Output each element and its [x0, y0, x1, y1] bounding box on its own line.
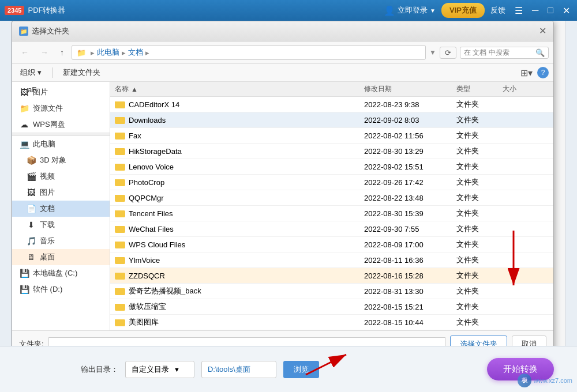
select-folder-button[interactable]: 选择文件夹: [450, 336, 507, 346]
file-type: 文件夹: [456, 130, 503, 141]
nav-search-input[interactable]: [464, 48, 533, 56]
file-modified: 2022-09-30 7:55: [364, 225, 456, 233]
nav-path: 📁 ▸ 此电脑 ▸ 文档 ▸: [72, 45, 426, 60]
docs-icon: 📄: [26, 205, 36, 213]
select-folder-dialog: 📁 选择文件夹 ✕ ← → ↑ 📁 ▸ 此电脑 ▸: [12, 21, 554, 346]
vip-button[interactable]: VIP充值: [441, 3, 485, 18]
folder-icon: [115, 147, 125, 155]
nav-path-dropdown[interactable]: ▼: [429, 48, 436, 56]
file-row[interactable]: 爱奇艺热播视频_back 2022-08-31 13:30 文件夹: [110, 284, 553, 299]
app-logo-area: 2345 PDF转换器: [5, 5, 384, 16]
login-button[interactable]: 👤 立即登录 ▼: [384, 5, 436, 16]
nav-path-docs[interactable]: 文档: [128, 47, 143, 58]
file-name-cell: PhotoCrop: [115, 178, 364, 187]
folder-icon: [115, 209, 125, 217]
help-button[interactable]: ?: [537, 67, 549, 78]
new-folder-button[interactable]: 新建文件夹: [59, 66, 104, 79]
file-browser: 🖼 图片 📁 资源文件 ☁ WPS网盘: [12, 82, 553, 330]
left-nav-item-pictures[interactable]: 🖼 图片: [12, 84, 110, 100]
file-row[interactable]: Tencent Files 2022-08-30 15:39 文件夹: [110, 206, 553, 221]
logo-box: 2345: [5, 6, 24, 15]
cancel-button[interactable]: 取消: [512, 336, 546, 346]
left-nav-item-computer[interactable]: 💻 此电脑: [12, 136, 110, 152]
file-row[interactable]: ZZDSQCR 2022-08-16 15:28 文件夹: [110, 268, 553, 284]
file-name-cell: HikStorageData: [115, 147, 364, 156]
col-type-header[interactable]: 类型: [456, 84, 503, 94]
left-nav-label-docs: 文档: [40, 203, 55, 214]
file-row[interactable]: 傲软压缩宝 2022-08-15 15:21 文件夹: [110, 299, 553, 315]
nav-forward-button[interactable]: →: [36, 46, 53, 59]
file-row[interactable]: Downloads 2022-09-02 8:03 文件夹: [110, 112, 553, 128]
nav-search-box[interactable]: 🔍: [460, 47, 549, 59]
left-nav-item-download[interactable]: ⬇ 下载: [12, 217, 110, 233]
file-row[interactable]: Fax 2022-08-02 11:56 文件夹: [110, 128, 553, 144]
col-modified-header[interactable]: 修改日期: [364, 84, 456, 94]
file-modified: 2022-08-15 10:44: [364, 318, 456, 327]
col-name-header[interactable]: 名称 ▲: [115, 84, 364, 94]
file-row[interactable]: WeChat Files 2022-09-30 7:55 文件夹: [110, 221, 553, 237]
nav-back-button[interactable]: ←: [17, 46, 33, 59]
file-row[interactable]: HikStorageData 2022-08-30 13:29 文件夹: [110, 144, 553, 159]
output-directory-select[interactable]: 自定义目录 ▼: [125, 361, 194, 378]
folder-input-label: 文件夹:: [19, 339, 44, 346]
file-row[interactable]: YlmVoice 2022-08-11 16:36 文件夹: [110, 252, 553, 268]
folder-icon: [115, 287, 125, 295]
dialog-container: 📁 选择文件夹 ✕ ← → ↑ 📁 ▸ 此电脑 ▸: [12, 21, 565, 346]
minimize-button[interactable]: ─: [530, 5, 541, 16]
view-button[interactable]: ⊞▾: [520, 67, 533, 78]
dialog-title-text: 选择文件夹: [32, 26, 539, 36]
pics2-icon: 🖼: [26, 189, 36, 197]
file-name: 爱奇艺热播视频_back: [129, 286, 201, 296]
left-nav-item-wps[interactable]: ☁ WPS网盘: [12, 116, 110, 133]
browse-button[interactable]: 浏览: [283, 361, 319, 378]
toolbar-right: ⊞▾ ?: [520, 67, 549, 78]
file-name: Tencent Files: [129, 209, 173, 218]
file-row[interactable]: WPS Cloud Files 2022-08-09 17:00 文件夹: [110, 237, 553, 252]
dialog-close-button[interactable]: ✕: [539, 27, 546, 36]
file-row[interactable]: QQPCMgr 2022-08-22 13:48 文件夹: [110, 190, 553, 206]
folder-input[interactable]: [48, 337, 445, 346]
d-drive-icon: 💾: [19, 285, 29, 293]
organize-button[interactable]: 组织 ▾: [17, 66, 45, 79]
app-main: 📁 选择文件夹 ✕ ← → ↑ 📁 ▸ 此电脑 ▸: [0, 21, 577, 346]
file-row[interactable]: PhotoCrop 2022-09-26 17:42 文件夹: [110, 175, 553, 190]
left-nav-item-docs[interactable]: 📄 文档: [12, 201, 110, 217]
file-name: HikStorageData: [129, 147, 182, 156]
left-nav-item-music[interactable]: 🎵 音乐: [12, 233, 110, 249]
nav-up-button[interactable]: ↑: [56, 46, 68, 59]
folder-icon: [115, 256, 125, 264]
folder-icon: [115, 318, 125, 326]
watermark: 极 www.xz7.com: [518, 374, 572, 387]
left-nav-item-desktop[interactable]: 🖥 桌面: [12, 249, 110, 265]
file-modified: 2022-08-30 15:39: [364, 209, 456, 218]
maximize-button[interactable]: □: [545, 5, 556, 16]
menu-icon[interactable]: ☰: [512, 5, 525, 16]
pictures-icon: 🖼: [19, 88, 29, 96]
left-nav-item-3d[interactable]: 📦 3D 对象: [12, 152, 110, 168]
file-row[interactable]: CADEditorX 14 2022-08-23 9:38 文件夹: [110, 97, 553, 112]
left-nav-item-pics2[interactable]: 🖼 图片: [12, 184, 110, 201]
left-nav-label-video: 视频: [40, 171, 55, 182]
left-nav-item-c[interactable]: 💾 本地磁盘 (C:): [12, 265, 110, 281]
file-row[interactable]: Lenovo Voice 2022-09-02 15:51 文件夹: [110, 159, 553, 175]
left-nav-panel: 🖼 图片 📁 资源文件 ☁ WPS网盘: [12, 82, 110, 330]
col-size-header[interactable]: 大小: [503, 84, 549, 94]
close-button[interactable]: ✕: [560, 5, 572, 16]
output-path-display: D:\tools\桌面: [201, 361, 276, 378]
left-nav-item-video[interactable]: 🎬 视频: [12, 168, 110, 184]
left-nav-item-d[interactable]: 💾 软件 (D:): [12, 281, 110, 297]
file-name-cell: ZZDSQCR: [115, 272, 364, 280]
file-modified: 2022-09-26 17:42: [364, 178, 456, 187]
nav-refresh-button[interactable]: ⟳: [440, 47, 456, 59]
left-nav-item-resources[interactable]: 📁 资源文件: [12, 100, 110, 116]
login-label: 立即登录: [398, 5, 428, 16]
file-row[interactable]: 美图图库 2022-08-15 10:44 文件夹: [110, 315, 553, 330]
left-nav-label-resources: 资源文件: [33, 103, 63, 114]
nav-path-computer[interactable]: 此电脑: [97, 47, 119, 58]
feedback-button[interactable]: 反馈: [490, 5, 505, 16]
file-type: 文件夹: [456, 115, 503, 125]
nav-path-sep1: ▸: [91, 48, 95, 57]
file-type: 文件夹: [456, 161, 503, 172]
file-name: CADEditorX 14: [129, 100, 179, 109]
file-name: Lenovo Voice: [129, 163, 174, 171]
